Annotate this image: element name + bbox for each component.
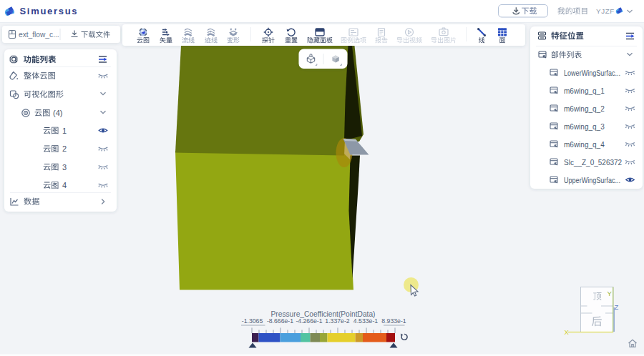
svg-text:Slc__Z_0_526372: Slc__Z_0_526372 [564, 159, 623, 167]
svg-text:-4.266e-1: -4.266e-1 [296, 317, 322, 325]
svg-text:4.533e-1: 4.533e-1 [353, 317, 378, 325]
svg-text:UpperWingSurfac...: UpperWingSurfac... [564, 177, 620, 184]
svg-text:-1.3065: -1.3065 [242, 317, 263, 325]
svg-text:m6wing_q_4: m6wing_q_4 [564, 141, 605, 149]
svg-text:8.933e-1: 8.933e-1 [381, 317, 406, 325]
svg-text:1.337e-2: 1.337e-2 [325, 317, 349, 325]
svg-text:m6wing_q_2: m6wing_q_2 [564, 105, 605, 113]
svg-text:Simuersus: Simuersus [20, 6, 79, 16]
svg-text:X: X [565, 328, 570, 336]
svg-text:YJZF: YJZF [596, 7, 615, 15]
svg-text:Z: Z [615, 303, 619, 311]
svg-text:ext_flow_c...: ext_flow_c... [19, 31, 59, 39]
svg-text:LowerWingSurfac...: LowerWingSurfac... [564, 69, 620, 77]
svg-text:Y: Y [608, 290, 613, 297]
svg-text:m6wing_q_3: m6wing_q_3 [564, 123, 605, 131]
svg-text:3: 3 [62, 163, 67, 172]
svg-text:m6wing_q_1: m6wing_q_1 [564, 87, 605, 95]
svg-text:1: 1 [62, 127, 67, 135]
svg-text:(4): (4) [53, 109, 62, 117]
svg-text:-8.666e-1: -8.666e-1 [267, 317, 293, 325]
svg-text:2: 2 [62, 144, 67, 153]
svg-text:4: 4 [62, 181, 67, 189]
